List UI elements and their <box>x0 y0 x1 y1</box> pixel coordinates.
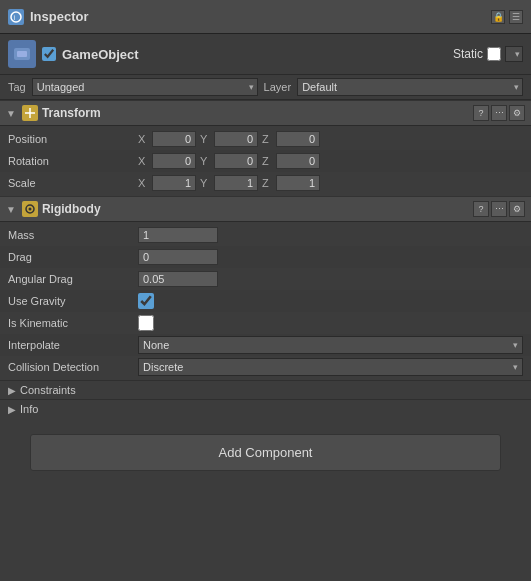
collision-detection-value: Discrete Continuous Continuous Dynamic <box>138 358 523 376</box>
gameobject-icon <box>8 40 36 68</box>
inspector-icon: i <box>8 9 24 25</box>
rigidbody-settings-btn[interactable]: ⋯ <box>491 201 507 217</box>
position-x-input[interactable] <box>152 131 196 147</box>
transform-settings-btn[interactable]: ⋯ <box>491 105 507 121</box>
info-row[interactable]: ▶ Info <box>0 399 531 418</box>
rotation-y-label: Y <box>200 155 210 167</box>
position-x-label: X <box>138 133 148 145</box>
svg-text:i: i <box>14 14 16 21</box>
position-row: Position X Y Z <box>0 128 531 150</box>
position-y-input[interactable] <box>214 131 258 147</box>
static-label: Static <box>453 47 483 61</box>
transform-section-header: ▼ Transform ? ⋯ ⚙ <box>0 100 531 126</box>
scale-z-input[interactable] <box>276 175 320 191</box>
rigidbody-gear-btn[interactable]: ⚙ <box>509 201 525 217</box>
transform-section-btns: ? ⋯ ⚙ <box>473 105 525 121</box>
is-kinematic-value <box>138 315 523 331</box>
scale-row: Scale X Y Z <box>0 172 531 194</box>
rigidbody-icon <box>22 201 38 217</box>
rotation-y-input[interactable] <box>214 153 258 169</box>
static-dropdown[interactable] <box>505 46 523 62</box>
is-kinematic-row: Is Kinematic <box>0 312 531 334</box>
position-z-input[interactable] <box>276 131 320 147</box>
scale-y-label: Y <box>200 177 210 189</box>
tag-dropdown-wrap: Untagged <box>32 78 258 96</box>
layer-select[interactable]: Default <box>297 78 523 96</box>
rotation-z-label: Z <box>262 155 272 167</box>
drag-row: Drag <box>0 246 531 268</box>
use-gravity-label: Use Gravity <box>8 295 138 307</box>
use-gravity-value <box>138 293 523 309</box>
rotation-x-label: X <box>138 155 148 167</box>
position-label: Position <box>8 133 138 145</box>
add-component-button[interactable]: Add Component <box>30 434 501 471</box>
gameobject-name: GameObject <box>62 47 447 62</box>
constraints-arrow: ▶ <box>8 385 16 396</box>
transform-gear-btn[interactable]: ⚙ <box>509 105 525 121</box>
transform-help-btn[interactable]: ? <box>473 105 489 121</box>
drag-input[interactable] <box>138 249 218 265</box>
gameobject-active-checkbox[interactable] <box>42 47 56 61</box>
rigidbody-props: Mass Drag Angular Drag Use Gravity <box>0 222 531 380</box>
is-kinematic-checkbox[interactable] <box>138 315 154 331</box>
rigidbody-help-btn[interactable]: ? <box>473 201 489 217</box>
mass-input[interactable] <box>138 227 218 243</box>
drag-label: Drag <box>8 251 138 263</box>
is-kinematic-label: Is Kinematic <box>8 317 138 329</box>
lock-button[interactable]: 🔒 <box>491 10 505 24</box>
rotation-row: Rotation X Y Z <box>0 150 531 172</box>
tag-label: Tag <box>8 81 26 93</box>
collision-detection-row: Collision Detection Discrete Continuous … <box>0 356 531 378</box>
angular-drag-label: Angular Drag <box>8 273 138 285</box>
svg-point-7 <box>28 208 31 211</box>
constraints-row[interactable]: ▶ Constraints <box>0 380 531 399</box>
interpolate-select-wrap: None Interpolate Extrapolate <box>138 336 523 354</box>
info-label: Info <box>20 403 38 415</box>
static-dropdown-wrap <box>505 46 523 62</box>
collision-detection-select-wrap: Discrete Continuous Continuous Dynamic <box>138 358 523 376</box>
rigidbody-section-btns: ? ⋯ ⚙ <box>473 201 525 217</box>
constraints-label: Constraints <box>20 384 76 396</box>
add-component-area: Add Component <box>0 418 531 487</box>
static-checkbox[interactable] <box>487 47 501 61</box>
scale-xyz: X Y Z <box>138 175 523 191</box>
angular-drag-row: Angular Drag <box>0 268 531 290</box>
interpolate-select[interactable]: None Interpolate Extrapolate <box>138 336 523 354</box>
rotation-xyz: X Y Z <box>138 153 523 169</box>
scale-x-input[interactable] <box>152 175 196 191</box>
scale-label: Scale <box>8 177 138 189</box>
position-z-label: Z <box>262 133 272 145</box>
mass-value <box>138 227 523 243</box>
layer-dropdown-wrap: Default <box>297 78 523 96</box>
use-gravity-row: Use Gravity <box>0 290 531 312</box>
rotation-x-input[interactable] <box>152 153 196 169</box>
drag-value <box>138 249 523 265</box>
title-bar-controls: 🔒 ☰ <box>491 10 523 24</box>
svg-rect-3 <box>17 51 27 57</box>
use-gravity-checkbox[interactable] <box>138 293 154 309</box>
scale-z-label: Z <box>262 177 272 189</box>
rigidbody-title: Rigidbody <box>42 202 469 216</box>
rotation-z-input[interactable] <box>276 153 320 169</box>
scale-x-label: X <box>138 177 148 189</box>
rotation-label: Rotation <box>8 155 138 167</box>
collision-detection-label: Collision Detection <box>8 361 138 373</box>
collision-detection-select[interactable]: Discrete Continuous Continuous Dynamic <box>138 358 523 376</box>
position-y-label: Y <box>200 133 210 145</box>
title-bar: i Inspector 🔒 ☰ <box>0 0 531 34</box>
scale-y-input[interactable] <box>214 175 258 191</box>
interpolate-label: Interpolate <box>8 339 138 351</box>
svg-point-0 <box>11 12 21 22</box>
transform-collapse-arrow[interactable]: ▼ <box>6 108 16 119</box>
transform-title: Transform <box>42 106 469 120</box>
mass-row: Mass <box>0 224 531 246</box>
menu-button[interactable]: ☰ <box>509 10 523 24</box>
tag-select[interactable]: Untagged <box>32 78 258 96</box>
transform-props: Position X Y Z Rotation X Y Z <box>0 126 531 196</box>
interpolate-value: None Interpolate Extrapolate <box>138 336 523 354</box>
static-area: Static <box>453 46 523 62</box>
rigidbody-section-header: ▼ Rigidbody ? ⋯ ⚙ <box>0 196 531 222</box>
rigidbody-collapse-arrow[interactable]: ▼ <box>6 204 16 215</box>
angular-drag-input[interactable] <box>138 271 218 287</box>
layer-label: Layer <box>264 81 292 93</box>
